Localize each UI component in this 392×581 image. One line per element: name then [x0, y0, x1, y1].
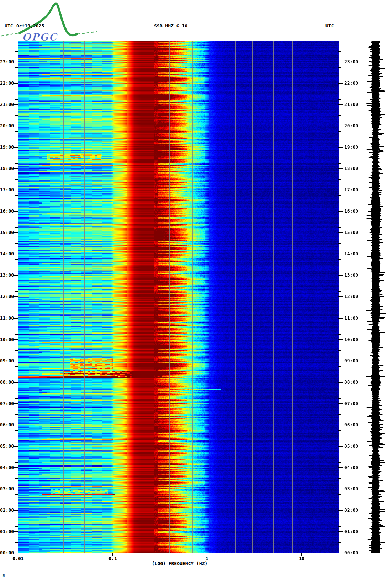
time-tick-minor-right	[338, 526, 341, 527]
time-tick-minor-right	[338, 121, 341, 121]
spectrogram-heatmap	[18, 41, 339, 553]
time-tick-minor-left	[15, 366, 18, 367]
time-label-right: 09:00	[344, 358, 358, 363]
time-tick-minor-right	[338, 457, 341, 457]
time-tick-minor-right	[338, 222, 341, 222]
time-tick-minor-left	[15, 291, 18, 292]
time-tick-minor-left	[15, 350, 18, 351]
time-label-left: 12:00	[0, 294, 12, 299]
time-tick-minor-left	[15, 542, 18, 543]
time-tick-major-right	[338, 403, 343, 404]
time-tick-minor-left	[15, 473, 18, 473]
time-label-left: 22:00	[0, 81, 12, 86]
time-tick-minor-right	[338, 185, 341, 185]
time-tick-minor-left	[15, 372, 18, 372]
time-tick-minor-left	[15, 185, 18, 185]
freq-tick	[207, 553, 207, 556]
time-tick-major-right	[338, 553, 343, 553]
time-tick-minor-right	[338, 227, 341, 228]
time-label-right: 23:00	[344, 59, 358, 64]
time-tick-minor-right	[338, 78, 341, 78]
time-tick-minor-right	[338, 393, 341, 393]
time-tick-minor-left	[15, 436, 18, 436]
logo-baseline-right	[78, 32, 97, 34]
time-label-right: 04:00	[344, 465, 358, 470]
time-label-left: 16:00	[0, 209, 12, 214]
time-label-right: 07:00	[344, 401, 358, 406]
time-tick-minor-left	[15, 217, 18, 217]
time-tick-major-right	[338, 425, 343, 425]
time-tick-minor-left	[15, 286, 18, 286]
time-tick-minor-right	[338, 516, 341, 516]
time-tick-minor-right	[338, 398, 341, 399]
time-tick-minor-left	[15, 153, 18, 153]
date-label: Oct19,2025	[16, 23, 44, 28]
time-tick-minor-right	[338, 500, 341, 500]
time-tick-major-right	[338, 489, 343, 489]
time-tick-minor-left	[15, 430, 18, 431]
time-tick-minor-right	[338, 217, 341, 217]
time-tick-minor-left	[15, 281, 18, 281]
time-tick-minor-left	[15, 537, 18, 537]
time-tick-minor-right	[338, 46, 341, 46]
time-tick-minor-left	[15, 222, 18, 222]
time-tick-minor-left	[15, 521, 18, 521]
time-tick-minor-right	[338, 366, 341, 367]
time-tick-minor-right	[338, 388, 341, 388]
time-tick-minor-right	[338, 462, 341, 463]
time-tick-minor-left	[15, 73, 18, 73]
time-label-left: 15:00	[0, 230, 12, 235]
time-tick-minor-left	[15, 526, 18, 527]
time-label-left: 19:00	[0, 145, 12, 150]
time-tick-major-right	[338, 531, 343, 532]
time-tick-major-right	[338, 361, 343, 361]
time-label-left: 09:00	[0, 358, 12, 363]
page: OPGC UTC Oct19,2025 SSB HHZ G 10 UTC 23:…	[0, 0, 392, 581]
freq-tick	[18, 553, 18, 556]
time-tick-minor-right	[338, 243, 341, 244]
time-tick-minor-left	[15, 249, 18, 249]
x-axis-title: (LOG) FREQUENCY (HZ)	[152, 561, 208, 566]
time-tick-minor-right	[338, 259, 341, 260]
time-tick-major-right	[338, 232, 343, 233]
time-tick-major-right	[338, 296, 343, 297]
time-tick-major-right	[338, 147, 343, 148]
time-tick-minor-left	[15, 457, 18, 457]
logo-mountain	[20, 4, 77, 35]
time-label-left: 08:00	[0, 380, 12, 385]
time-tick-minor-left	[15, 302, 18, 302]
time-tick-minor-right	[338, 313, 341, 313]
time-tick-minor-right	[338, 377, 341, 377]
time-tick-minor-right	[338, 414, 341, 415]
time-tick-minor-left	[15, 99, 18, 100]
time-tick-minor-left	[15, 377, 18, 377]
time-tick-minor-right	[338, 270, 341, 270]
seismogram-trace	[363, 41, 388, 553]
time-label-left: 13:00	[0, 273, 12, 278]
freq-tick-label: 0.01	[12, 556, 23, 561]
time-tick-minor-right	[338, 137, 341, 137]
time-tick-major-right	[338, 254, 343, 254]
time-tick-minor-left	[15, 174, 18, 174]
time-label-right: 05:00	[344, 444, 358, 449]
time-label-right: 16:00	[344, 209, 358, 214]
time-tick-minor-right	[338, 265, 341, 265]
time-tick-minor-right	[338, 286, 341, 286]
time-tick-minor-left	[15, 393, 18, 393]
time-tick-minor-right	[338, 51, 341, 52]
time-label-left: 03:00	[0, 486, 12, 491]
time-label-right: 01:00	[344, 529, 358, 534]
time-tick-minor-right	[338, 94, 341, 94]
time-tick-minor-left	[15, 94, 18, 94]
time-label-right: 12:00	[344, 294, 358, 299]
time-label-right: 00:00	[344, 550, 358, 555]
time-label-right: 22:00	[344, 81, 358, 86]
time-tick-minor-left	[15, 259, 18, 260]
time-label-right: 18:00	[344, 166, 358, 171]
time-tick-minor-left	[15, 265, 18, 265]
time-label-right: 21:00	[344, 102, 358, 107]
time-tick-minor-right	[338, 484, 341, 484]
time-tick-minor-right	[338, 334, 341, 335]
time-tick-minor-right	[338, 206, 341, 206]
time-tick-minor-right	[338, 131, 341, 132]
